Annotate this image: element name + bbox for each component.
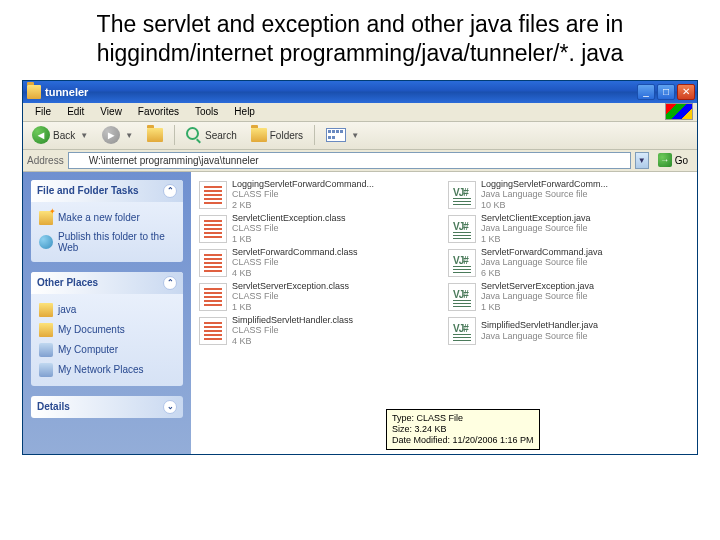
file-item[interactable]: ServletForwardCommand.classCLASS File4 K… — [195, 246, 444, 280]
address-folder-icon — [72, 154, 86, 166]
java-file-icon — [448, 215, 476, 243]
class-file-icon — [199, 317, 227, 345]
place-my-network[interactable]: My Network Places — [39, 360, 175, 380]
search-icon — [186, 127, 202, 143]
address-label: Address — [27, 155, 64, 166]
task-make-new-folder[interactable]: Make a new folder — [39, 208, 175, 228]
file-item[interactable]: LoggingServletForwardCommand...CLASS Fil… — [195, 178, 444, 212]
file-info: ServletForwardCommand.classCLASS File4 K… — [232, 247, 358, 278]
maximize-button[interactable]: □ — [657, 84, 675, 100]
tooltip-size: Size: 3.24 KB — [392, 424, 534, 435]
class-file-icon — [199, 283, 227, 311]
details-panel: Details ⌄ — [31, 396, 183, 418]
file-size: 10 KB — [481, 200, 608, 210]
file-size: 1 KB — [481, 302, 594, 312]
views-button[interactable]: ▼ — [321, 126, 364, 144]
other-places-panel: Other Places ⌃ java My Documents My Comp… — [31, 272, 183, 386]
collapse-icon[interactable]: ⌃ — [163, 276, 177, 290]
file-name: ServletForwardCommand.java — [481, 247, 603, 257]
place-my-documents[interactable]: My Documents — [39, 320, 175, 340]
back-dropdown-icon[interactable]: ▼ — [80, 131, 88, 140]
toolbar-separator — [314, 125, 315, 145]
file-info: SimplifiedServletHandler.javaJava Langua… — [481, 320, 598, 341]
place-label: My Computer — [58, 344, 118, 355]
task-publish-folder[interactable]: Publish this folder to the Web — [39, 228, 175, 256]
slide-title: The servlet and exception and other java… — [0, 0, 720, 76]
back-arrow-icon: ◄ — [32, 126, 50, 144]
file-type: Java Language Source file — [481, 331, 598, 341]
back-button[interactable]: ◄ Back ▼ — [27, 124, 93, 146]
close-button[interactable]: ✕ — [677, 84, 695, 100]
class-file-icon — [199, 181, 227, 209]
collapse-icon[interactable]: ⌃ — [163, 184, 177, 198]
search-button[interactable]: Search — [181, 125, 242, 145]
file-info: SimplifiedServletHandler.classCLASS File… — [232, 315, 353, 346]
address-dropdown-button[interactable]: ▼ — [635, 152, 649, 169]
menu-view[interactable]: View — [92, 104, 130, 119]
forward-dropdown-icon: ▼ — [125, 131, 133, 140]
class-file-icon — [199, 215, 227, 243]
place-my-computer[interactable]: My Computer — [39, 340, 175, 360]
file-item[interactable]: ServletClientException.javaJava Language… — [444, 212, 693, 246]
file-item[interactable]: ServletServerException.javaJava Language… — [444, 280, 693, 314]
menu-tools[interactable]: Tools — [187, 104, 226, 119]
menu-edit[interactable]: Edit — [59, 104, 92, 119]
windows-logo-icon — [665, 103, 693, 120]
go-button[interactable]: → Go — [653, 151, 693, 169]
expand-icon[interactable]: ⌄ — [163, 400, 177, 414]
menu-file[interactable]: File — [27, 104, 59, 119]
folder-icon — [39, 303, 53, 317]
folders-icon — [251, 128, 267, 142]
file-item[interactable]: SimplifiedServletHandler.classCLASS File… — [195, 314, 444, 348]
place-label: java — [58, 304, 76, 315]
file-info: LoggingServletForwardCommand...CLASS Fil… — [232, 179, 374, 210]
toolbar-separator — [174, 125, 175, 145]
file-item[interactable]: ServletClientException.classCLASS File1 … — [195, 212, 444, 246]
task-label: Make a new folder — [58, 212, 140, 223]
file-info: ServletClientException.javaJava Language… — [481, 213, 591, 244]
file-item[interactable]: ServletServerException.classCLASS File1 … — [195, 280, 444, 314]
place-label: My Network Places — [58, 364, 144, 375]
file-size: 4 KB — [232, 268, 358, 278]
place-java[interactable]: java — [39, 300, 175, 320]
explorer-window: tunneler _ □ ✕ File Edit View Favorites … — [22, 80, 698, 455]
toolbar: ◄ Back ▼ ► ▼ Search Folders ▼ — [23, 122, 697, 150]
java-file-icon — [448, 283, 476, 311]
file-type: Java Language Source file — [481, 291, 594, 301]
folders-label: Folders — [270, 130, 303, 141]
go-arrow-icon: → — [658, 153, 672, 167]
file-name: ServletClientException.class — [232, 213, 346, 223]
file-size: 1 KB — [481, 234, 591, 244]
file-type: Java Language Source file — [481, 223, 591, 233]
java-file-icon — [448, 249, 476, 277]
file-size: 4 KB — [232, 336, 353, 346]
address-field[interactable]: W:\internet programming\java\tunneler — [68, 152, 631, 169]
minimize-button[interactable]: _ — [637, 84, 655, 100]
folders-button[interactable]: Folders — [246, 126, 308, 144]
panel-header[interactable]: Other Places ⌃ — [31, 272, 183, 294]
file-item[interactable]: LoggingServletForwardComm...Java Languag… — [444, 178, 693, 212]
java-file-icon — [448, 181, 476, 209]
file-name: SimplifiedServletHandler.class — [232, 315, 353, 325]
menu-help[interactable]: Help — [226, 104, 263, 119]
publish-icon — [39, 235, 53, 249]
file-item[interactable]: SimplifiedServletHandler.javaJava Langua… — [444, 314, 693, 348]
panel-header[interactable]: Details ⌄ — [31, 396, 183, 418]
menu-favorites[interactable]: Favorites — [130, 104, 187, 119]
tooltip-type: Type: CLASS File — [392, 413, 534, 424]
panel-header[interactable]: File and Folder Tasks ⌃ — [31, 180, 183, 202]
views-dropdown-icon[interactable]: ▼ — [351, 131, 359, 140]
panel-title: File and Folder Tasks — [37, 185, 139, 196]
file-type: CLASS File — [232, 223, 346, 233]
file-name: ServletServerException.class — [232, 281, 349, 291]
up-button[interactable] — [142, 126, 168, 144]
panel-title: Other Places — [37, 277, 98, 288]
forward-button: ► ▼ — [97, 124, 138, 146]
file-list-pane[interactable]: LoggingServletForwardCommand...CLASS Fil… — [191, 172, 697, 454]
search-label: Search — [205, 130, 237, 141]
file-type: Java Language Source file — [481, 189, 608, 199]
file-type: CLASS File — [232, 291, 349, 301]
new-folder-icon — [39, 211, 53, 225]
file-size: 6 KB — [481, 268, 603, 278]
file-item[interactable]: ServletForwardCommand.javaJava Language … — [444, 246, 693, 280]
